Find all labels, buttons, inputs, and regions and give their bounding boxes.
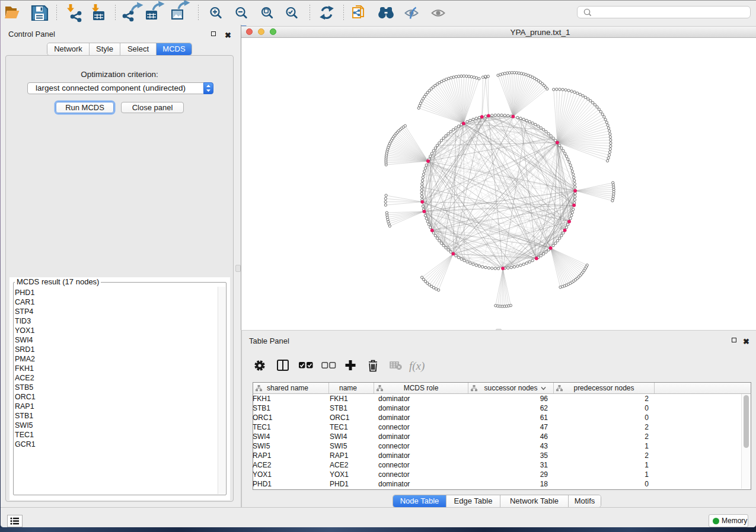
svg-text:f(x): f(x) [409, 360, 425, 373]
